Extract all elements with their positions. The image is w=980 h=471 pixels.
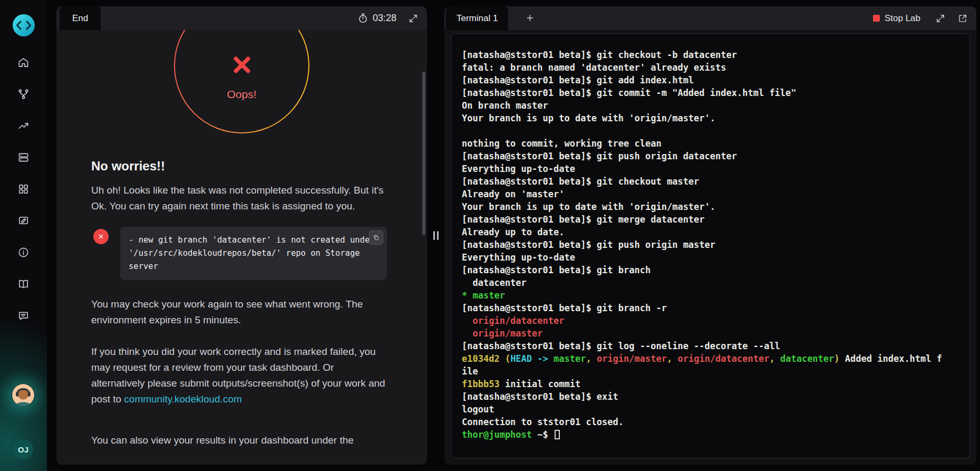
task-result-panel: End 03:28 xyxy=(56,6,427,465)
stop-lab-label: Stop Lab xyxy=(885,13,920,24)
oops-circle: Oops! xyxy=(174,30,309,133)
terminal-line: Your branch is up to date with 'origin/m… xyxy=(462,112,959,124)
terminal-line: [natasha@ststor01 beta]$ git push origin… xyxy=(462,238,959,251)
task-result-content: Oops! No worries!! Uh oh! Looks like the… xyxy=(56,30,427,465)
tab-terminal-1[interactable]: Terminal 1 xyxy=(446,6,508,30)
terminal-line: * master xyxy=(462,289,959,302)
trending-icon[interactable] xyxy=(0,110,47,141)
terminal-cursor xyxy=(555,430,560,439)
terminal-line: [natasha@ststor01 beta]$ git commit -m "… xyxy=(462,86,959,99)
check-work-note: You may check your work again to see wha… xyxy=(91,296,390,328)
task-panel-header: End 03:28 xyxy=(56,6,427,30)
dashboard-note: You can also view your results in your d… xyxy=(91,432,390,448)
terminal-line: [natasha@ststor01 beta]$ exit xyxy=(462,390,959,403)
terminal-line: logout xyxy=(462,403,959,416)
new-terminal-button[interactable]: + xyxy=(522,10,537,26)
panel-resize-handle[interactable] xyxy=(427,0,444,471)
lab-timer: 03:28 xyxy=(357,13,396,24)
error-message-box: - new git branch 'datacenter' is not cre… xyxy=(120,227,387,280)
terminal-line: [natasha@ststor01 beta]$ git checkout -b… xyxy=(462,49,959,61)
server-icon[interactable] xyxy=(0,141,47,173)
open-in-new-icon[interactable] xyxy=(957,13,968,24)
home-icon[interactable] xyxy=(0,46,47,78)
terminal-panel-header: Terminal 1 + Stop Lab xyxy=(444,6,976,30)
timer-value: 03:28 xyxy=(373,13,396,24)
stop-lab-button[interactable]: Stop Lab xyxy=(870,13,924,24)
terminal-line: [natasha@ststor01 beta]$ git branch -r xyxy=(462,302,959,314)
feedback-icon[interactable] xyxy=(0,205,47,236)
lab-workspace: OJ End 03:28 xyxy=(0,0,980,471)
terminal-line: origin/master xyxy=(462,327,959,340)
terminal-line: [natasha@ststor01 beta]$ git merge datac… xyxy=(462,213,959,226)
tab-end[interactable]: End xyxy=(60,6,101,30)
terminal-line: On branch master xyxy=(462,99,959,112)
no-worries-heading: No worries!! xyxy=(91,158,427,174)
terminal-line: Everything up-to-date xyxy=(462,251,959,264)
terminal-line: nothing to commit, working tree clean xyxy=(462,137,959,150)
terminal-line: [natasha@ststor01 beta]$ git push origin… xyxy=(462,150,959,162)
resize-grip-icon xyxy=(433,231,435,240)
terminal-panel: Terminal 1 + Stop Lab [na xyxy=(444,6,976,465)
terminal-line: f1bbb53 initial commit xyxy=(462,378,959,390)
terminal-line: [natasha@ststor01 beta]$ git branch xyxy=(462,264,959,276)
kodekloud-logo-icon[interactable] xyxy=(12,13,36,37)
terminal-line: Already up to date. xyxy=(462,226,959,238)
stop-icon xyxy=(873,15,880,22)
resize-grip-icon xyxy=(437,231,439,240)
oops-label: Oops! xyxy=(227,88,256,101)
copy-icon[interactable] xyxy=(369,230,383,245)
terminal-line: datacenter xyxy=(462,276,959,289)
task-failed-message: Uh oh! Looks like the task was not compl… xyxy=(91,182,390,214)
chat-icon[interactable] xyxy=(0,300,47,331)
error-badge-icon xyxy=(93,229,109,244)
stopwatch-icon xyxy=(357,13,368,24)
sidebar-nav xyxy=(0,46,47,331)
info-icon[interactable] xyxy=(0,236,47,268)
terminal-line: [natasha@ststor01 beta]$ git log --oneli… xyxy=(462,340,959,352)
terminal-line xyxy=(462,124,959,137)
terminal-line: fatal: a branch named 'datacenter' alrea… xyxy=(462,61,959,74)
terminal-line: Already on 'master' xyxy=(462,188,959,200)
terminal-line: Connection to ststor01 closed. xyxy=(462,416,959,428)
avatar[interactable] xyxy=(12,383,35,407)
error-message-text: - new git branch 'datacenter' is not cre… xyxy=(129,235,375,271)
expand-icon[interactable] xyxy=(408,13,419,24)
error-x-icon xyxy=(227,50,257,80)
paths-icon[interactable] xyxy=(0,78,47,110)
error-detail-row: - new git branch 'datacenter' is not cre… xyxy=(93,227,427,280)
community-link[interactable]: community.kodekloud.com xyxy=(124,393,242,405)
book-icon[interactable] xyxy=(0,268,47,300)
terminal-output[interactable]: [natasha@ststor01 beta]$ git checkout -b… xyxy=(451,33,970,458)
blocks-icon[interactable] xyxy=(0,173,47,205)
sidebar: OJ xyxy=(0,0,47,471)
expand-icon[interactable] xyxy=(935,13,946,24)
terminal-line: Everything up-to-date xyxy=(462,162,959,175)
terminal-line: [natasha@ststor01 beta]$ git add index.h… xyxy=(462,74,959,86)
terminal-line: [natasha@ststor01 beta]$ git checkout ma… xyxy=(462,175,959,188)
terminal-line: ile xyxy=(462,365,959,378)
review-note: If you think you did your work correctly… xyxy=(91,344,390,407)
scrollbar[interactable] xyxy=(422,72,425,235)
terminal-line: origin/datacenter xyxy=(462,314,959,327)
terminal-line: Your branch is up to date with 'origin/m… xyxy=(462,200,959,213)
user-initials-badge[interactable]: OJ xyxy=(13,439,33,459)
terminal-line: thor@jumphost ~$ xyxy=(462,428,959,441)
terminal-line: e1034d2 (HEAD -> master, origin/master, … xyxy=(462,352,959,365)
